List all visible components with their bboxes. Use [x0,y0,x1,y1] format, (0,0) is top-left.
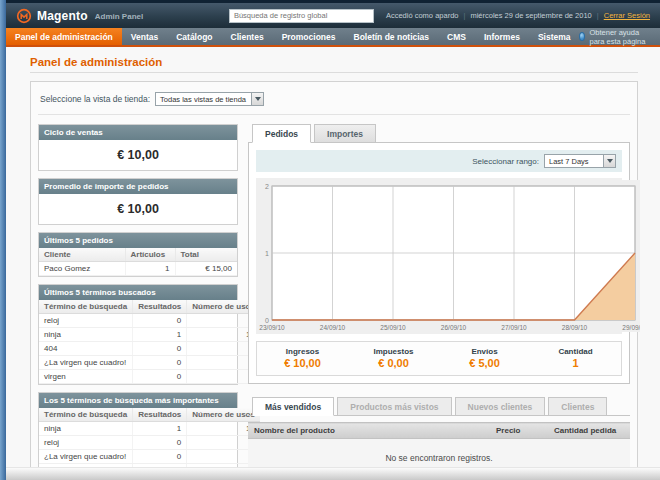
magento-logo[interactable]: Magento Admin Panel [16,8,143,24]
table-row[interactable]: ¿La virgen que cuadro!02 [39,356,260,370]
table-cell: 0 [133,356,187,370]
help-link[interactable]: Obtener ayuda para esta página [579,28,660,45]
table-row[interactable]: reloj02 [39,436,260,450]
dashboard-panel: Seleccione la vista de tienda: Todas las… [30,81,638,467]
browser-window: Magento Admin Panel Accedió como apardo … [0,0,660,480]
column-header: Cliente [39,248,125,262]
nav-item-catalogo[interactable]: Catálogo [167,28,221,45]
box-title: Promedio de importe de pedidos [39,179,237,194]
tab-productos-mas-vistos: Productos más vistos [337,397,451,416]
column-header: Total [175,248,237,262]
logout-link[interactable]: Cerrar Sesión [604,11,650,20]
range-label: Seleccionar rango: [472,157,539,166]
table-cell: 0 [133,436,187,450]
table-header-row: ClienteArtículosTotal [39,248,237,262]
help-icon [579,32,585,41]
table-cell: ninja [39,422,133,436]
global-search-input[interactable] [229,9,374,23]
nav-item-panel-de-administracion[interactable]: Panel de administración [6,28,122,45]
grid-empty-row: No se encontraron registros. [248,439,630,468]
chevron-down-icon [251,93,263,105]
table-row[interactable]: Paco Gomez1€ 15,00 [39,262,237,276]
bestsellers-grid: Nombre del productoPrecioCantidad pedida… [248,422,630,467]
box-title: Los 5 términos de búsqueda más important… [39,393,237,408]
orders-tab-panel: Seleccionar rango: Last 7 Days 01223/09/… [248,143,630,384]
svg-text:23/09/10: 23/09/10 [259,324,285,331]
page-title: Panel de administración [30,56,638,73]
nav-item-cms[interactable]: CMS [438,28,475,45]
tab-nuevos-clientes: Nuevos clientes [455,397,546,416]
stat-label: Cantidad [530,347,621,356]
header: Magento Admin Panel Accedió como apardo … [6,3,660,28]
table-cell: 0 [133,450,187,464]
nav-item-informes[interactable]: Informes [475,28,529,45]
tab-pedidos[interactable]: Pedidos [252,124,311,143]
magento-admin-app: Magento Admin Panel Accedió como apardo … [6,3,660,467]
browser-status-bar [6,467,660,480]
grid-header-row: Nombre del productoPrecioCantidad pedida [248,423,630,439]
grid-column-header[interactable]: Cantidad pedida [548,423,630,439]
column-header: Resultados [133,408,187,422]
grid-column-header[interactable]: Nombre del producto [248,423,490,439]
logged-in-as: Accedió como apardo [386,11,459,20]
last-orders-table: ClienteArtículosTotalPaco Gomez1€ 15,00 [39,248,237,276]
table-header-row: Término de búsquedaResultadosNúmero de u… [39,300,260,314]
top-search-terms-table: Término de búsquedaResultadosNúmero de u… [39,408,260,467]
svg-text:25/09/10: 25/09/10 [380,324,406,331]
tab-mas-vendidos[interactable]: Más vendidos [252,397,334,416]
nav-item-clientes[interactable]: Clientes [222,28,273,45]
separator: | [463,11,465,20]
nav-item-sistema[interactable]: Sistema [529,28,580,45]
table-cell: ninja [39,328,133,342]
box-title: Últimos 5 pedidos [39,233,237,248]
column-header: Resultados [133,300,187,314]
grid-column-header[interactable]: Precio [490,423,548,439]
table-row[interactable]: ninja110 [39,328,260,342]
table-row[interactable]: 40401 [39,342,260,356]
bottom-grids-section: Más vendidosProductos más vistosNuevos c… [248,397,630,467]
table-row[interactable]: virgen01 [39,370,260,384]
logo-title: Magento [37,9,88,23]
table-cell: 1 [133,328,187,342]
table-cell: ¿La virgen que cuadro! [39,356,133,370]
magento-logo-icon [16,8,32,24]
tab-clientes: Clientes [548,397,607,416]
last-search-terms-table: Término de búsquedaResultadosNúmero de u… [39,300,260,384]
table-cell: 404 [39,342,133,356]
store-view-label: Seleccione la vista de tienda: [40,94,150,104]
nav-item-boletin-de-noticias[interactable]: Boletín de noticias [345,28,439,45]
column-header: Término de búsqueda [39,408,133,422]
store-view-select[interactable]: Todas las vistas de tienda [155,92,264,106]
stat-impuestos: Impuestos € 0,00 [348,347,439,369]
stat-value: € 5,00 [439,357,530,369]
average-orders-value: € 10,00 [39,194,237,224]
table-cell: reloj [39,436,133,450]
nav-item-ventas[interactable]: Ventas [122,28,167,45]
nav-item-promociones[interactable]: Promociones [273,28,345,45]
svg-text:0: 0 [265,317,269,324]
table-row[interactable]: ¿La virgen que cuadro!02 [39,450,260,464]
svg-text:2: 2 [265,183,269,190]
totals-bar: Ingresos € 10,00 Impuestos € 0,00 Envíos… [256,341,622,376]
average-orders-box: Promedio de importe de pedidos € 10,00 [38,178,238,225]
column-header: Artículos [125,248,175,262]
svg-text:26/09/10: 26/09/10 [441,324,467,331]
table-cell: 1 [133,422,187,436]
grid-tabs: Más vendidosProductos más vistosNuevos c… [248,397,630,416]
left-column: Ciclo de ventas € 10,00 Promedio de impo… [38,124,238,467]
help-label: Obtener ayuda para esta página [589,28,651,46]
table-cell: 0 [133,370,187,384]
lifetime-sales-box: Ciclo de ventas € 10,00 [38,124,238,171]
table-cell: € 15,00 [175,262,237,276]
table-row[interactable]: reloj02 [39,314,260,328]
stat-label: Ingresos [257,347,348,356]
logo-subtitle: Admin Panel [95,12,143,21]
table-row[interactable]: ninja110 [39,422,260,436]
orders-area-chart: 01223/09/1024/09/1025/09/1026/09/1027/09… [258,180,640,332]
range-select[interactable]: Last 7 Days [544,154,616,168]
stat-value: € 0,00 [348,357,439,369]
stat-value: € 10,00 [257,357,348,369]
tab-importes[interactable]: Importes [314,124,376,143]
table-header-row: Término de búsquedaResultadosNúmero de u… [39,408,260,422]
svg-text:29/09/10: 29/09/10 [622,324,640,331]
